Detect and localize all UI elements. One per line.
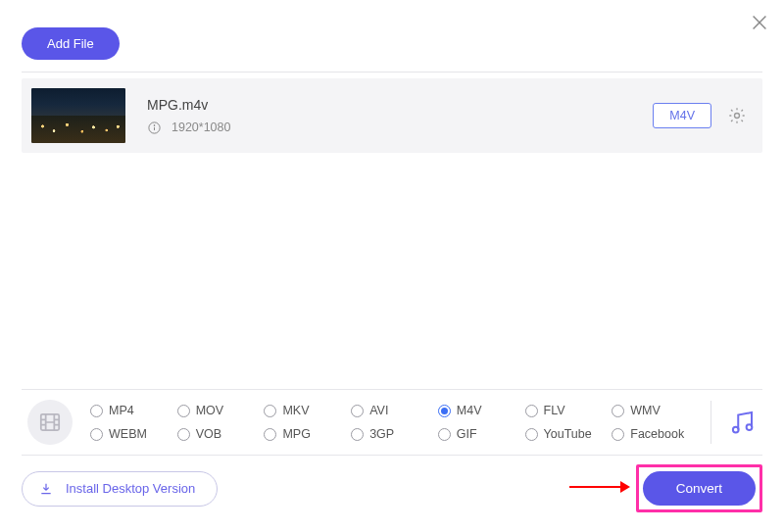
radio-icon: [438, 405, 451, 417]
svg-point-2: [735, 114, 740, 119]
format-option-mkv[interactable]: MKV: [264, 404, 347, 417]
format-panel: MP4MOVMKVAVIM4VFLVWMVWEBMVOBMPG3GPGIFYou…: [22, 389, 762, 456]
output-format-button[interactable]: M4V: [653, 103, 711, 128]
radio-icon: [90, 428, 103, 441]
radio-icon: [264, 405, 276, 417]
download-icon: [38, 481, 54, 497]
radio-icon: [177, 428, 190, 441]
format-option-mpg[interactable]: MPG: [264, 427, 347, 441]
format-option-label: MOV: [196, 404, 223, 417]
format-option-avi[interactable]: AVI: [351, 404, 434, 417]
format-option-label: WEBM: [109, 427, 147, 441]
file-row: MPG.m4v 1920*1080 M4V: [22, 78, 762, 153]
convert-button[interactable]: Convert: [643, 471, 756, 506]
file-thumbnail[interactable]: [31, 88, 125, 143]
radio-icon: [525, 428, 538, 441]
annotation-highlight: Convert: [636, 464, 762, 512]
format-option-facebook[interactable]: Facebook: [612, 427, 695, 441]
radio-icon: [612, 405, 624, 417]
video-category-icon[interactable]: [27, 400, 73, 445]
format-option-label: VOB: [196, 427, 221, 441]
format-option-mp4[interactable]: MP4: [90, 404, 173, 417]
format-option-flv[interactable]: FLV: [525, 404, 609, 417]
file-meta: MPG.m4v 1920*1080: [147, 97, 653, 135]
radio-icon: [351, 405, 364, 417]
format-option-label: WMV: [630, 404, 661, 417]
radio-icon: [177, 405, 190, 417]
add-file-button[interactable]: Add File: [22, 27, 120, 60]
format-option-label: YouTube: [544, 427, 592, 441]
close-icon[interactable]: [749, 12, 770, 33]
svg-point-5: [747, 424, 753, 430]
format-option-3gp[interactable]: 3GP: [351, 427, 434, 441]
format-option-label: GIF: [457, 427, 477, 441]
panel-separator: [710, 401, 711, 444]
format-option-label: MKV: [282, 404, 309, 417]
format-option-label: FLV: [544, 404, 565, 417]
file-name: MPG.m4v: [147, 97, 653, 113]
radio-icon: [264, 428, 276, 441]
format-option-label: Facebook: [630, 427, 684, 441]
format-option-vob[interactable]: VOB: [177, 427, 261, 441]
format-option-label: AVI: [369, 404, 388, 417]
svg-point-1: [154, 124, 155, 125]
top-bar: Add File: [0, 0, 784, 72]
install-desktop-label: Install Desktop Version: [66, 481, 195, 496]
format-option-gif[interactable]: GIF: [438, 427, 521, 441]
format-option-label: MPG: [282, 427, 310, 441]
format-option-youtube[interactable]: YouTube: [525, 427, 609, 441]
format-grid: MP4MOVMKVAVIM4VFLVWMVWEBMVOBMPG3GPGIFYou…: [90, 404, 695, 441]
radio-icon: [351, 428, 364, 441]
svg-marker-7: [620, 481, 630, 493]
file-resolution: 1920*1080: [172, 121, 230, 134]
bottom-bar: Install Desktop Version Convert: [22, 464, 762, 512]
format-option-label: MP4: [109, 404, 134, 417]
radio-icon: [438, 428, 451, 441]
svg-point-4: [733, 427, 739, 433]
format-option-webm[interactable]: WEBM: [90, 427, 173, 441]
gear-icon[interactable]: [727, 106, 747, 125]
music-category-icon[interactable]: [727, 408, 757, 437]
format-option-wmv[interactable]: WMV: [612, 404, 695, 417]
annotation-arrow-icon: [567, 478, 630, 500]
format-option-mov[interactable]: MOV: [177, 404, 261, 417]
divider-top: [22, 72, 762, 73]
radio-icon: [90, 405, 103, 417]
radio-icon: [525, 405, 538, 417]
format-option-label: M4V: [457, 404, 482, 417]
format-option-label: 3GP: [369, 427, 394, 441]
info-icon[interactable]: [147, 121, 162, 135]
install-desktop-button[interactable]: Install Desktop Version: [22, 471, 218, 507]
radio-icon: [612, 428, 624, 441]
format-option-m4v[interactable]: M4V: [438, 404, 521, 417]
